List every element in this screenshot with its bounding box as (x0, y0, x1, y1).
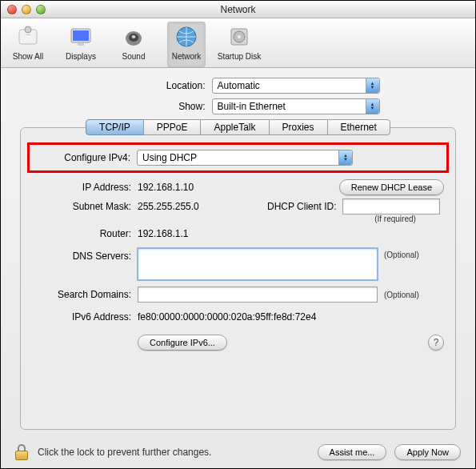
traffic-lights (1, 5, 46, 14)
help-button[interactable]: ? (428, 335, 444, 351)
toolbar-displays[interactable]: Displays (62, 22, 100, 67)
search-domains-input[interactable] (138, 287, 378, 303)
toolbar: Show All Displays Sound Network Startup … (1, 18, 475, 68)
toolbar-startup-disk[interactable]: Startup Disk (220, 22, 258, 67)
footer: Click the lock to prevent further change… (1, 436, 475, 468)
switch-icon (14, 23, 42, 50)
chevron-updown-icon: ▲▼ (338, 150, 352, 165)
tabbar: TCP/IP PPPoE AppleTalk Proxies Ethernet (32, 119, 444, 135)
toolbar-label: Sound (122, 52, 146, 61)
tab-ethernet[interactable]: Ethernet (327, 119, 390, 135)
speaker-icon (120, 23, 147, 50)
tab-label: Ethernet (341, 122, 377, 133)
tab-pppoe[interactable]: PPPoE (143, 119, 202, 135)
window-title: Network (1, 4, 475, 15)
toolbar-sound[interactable]: Sound (114, 22, 153, 67)
svg-point-7 (132, 35, 136, 38)
toolbar-show-all[interactable]: Show All (9, 22, 47, 67)
tab-appletalk[interactable]: AppleTalk (200, 119, 269, 135)
globe-icon (173, 23, 200, 50)
network-prefpane-window: Network Show All Displays Sound Network (0, 0, 476, 469)
assist-me-button[interactable]: Assist me... (318, 444, 387, 460)
configure-ipv4-value: Using DHCP (142, 152, 197, 163)
dns-servers-label: DNS Servers: (32, 248, 131, 262)
svg-rect-4 (78, 43, 84, 46)
zoom-icon[interactable] (36, 5, 46, 14)
renew-dhcp-button[interactable]: Renew DHCP Lease (339, 179, 444, 195)
location-label: Location: (97, 80, 206, 91)
toolbar-label: Displays (66, 52, 96, 61)
highlight-configure-ipv4: Configure IPv4: Using DHCP ▲▼ (27, 142, 449, 173)
lock-text: Click the lock to prevent further change… (38, 447, 310, 458)
dhcp-client-id-label: DHCP Client ID: (267, 201, 336, 212)
toolbar-label: Show All (13, 52, 43, 61)
tab-label: PPPoE (157, 122, 188, 133)
show-label: Show: (97, 101, 206, 112)
configure-ipv4-select[interactable]: Using DHCP ▲▼ (137, 150, 353, 166)
ip-address-value: 192.168.1.10 (138, 182, 333, 193)
close-icon[interactable] (7, 5, 17, 14)
chevron-updown-icon: ▲▼ (366, 78, 379, 93)
configure-ipv6-button[interactable]: Configure IPv6... (138, 335, 227, 351)
tab-label: TCP/IP (99, 122, 130, 133)
router-value: 192.168.1.1 (138, 228, 188, 239)
titlebar: Network (1, 1, 475, 18)
dhcp-client-id-input[interactable] (342, 198, 440, 214)
apply-now-button[interactable]: Apply Now (394, 444, 461, 460)
configure-ipv4-label: Configure IPv4: (31, 152, 130, 163)
router-label: Router: (32, 228, 131, 239)
tab-label: AppleTalk (214, 122, 255, 133)
search-hint: (Optional) (384, 291, 419, 299)
ipv6-address-label: IPv6 Address: (32, 311, 131, 323)
disk-icon (226, 23, 253, 50)
chevron-updown-icon: ▲▼ (366, 99, 379, 114)
toolbar-label: Startup Disk (218, 52, 261, 61)
dhcp-client-hint: (If required) (346, 214, 444, 223)
show-value: Built-in Ethernet (218, 101, 286, 112)
dns-hint: (Optional) (384, 248, 419, 259)
toolbar-network[interactable]: Network (167, 22, 206, 67)
tab-tcpip[interactable]: TCP/IP (86, 119, 144, 135)
subnet-mask-value: 255.255.255.0 (138, 201, 226, 212)
lock-icon[interactable] (15, 444, 30, 460)
ip-address-label: IP Address: (32, 182, 131, 193)
svg-point-1 (25, 26, 31, 33)
toolbar-label: Network (172, 52, 202, 61)
minimize-icon[interactable] (22, 5, 31, 14)
ipv6-address-value: fe80:0000:0000:0000:020a:95ff:fe8d:72e4 (138, 311, 316, 323)
location-select[interactable]: Automatic ▲▼ (212, 78, 380, 94)
tab-proxies[interactable]: Proxies (269, 119, 328, 135)
svg-point-11 (238, 35, 241, 38)
display-icon (67, 23, 94, 50)
tabs-panel: TCP/IP PPPoE AppleTalk Proxies Ethernet … (20, 127, 456, 430)
content-area: Location: Automatic ▲▼ Show: Built-in Et… (1, 68, 475, 436)
dns-servers-input[interactable] (138, 248, 378, 280)
location-value: Automatic (218, 80, 260, 91)
subnet-mask-label: Subnet Mask: (32, 201, 131, 212)
tab-label: Proxies (282, 122, 314, 133)
show-select[interactable]: Built-in Ethernet ▲▼ (212, 98, 380, 114)
svg-rect-3 (73, 30, 89, 41)
search-domains-label: Search Domains: (32, 289, 131, 300)
